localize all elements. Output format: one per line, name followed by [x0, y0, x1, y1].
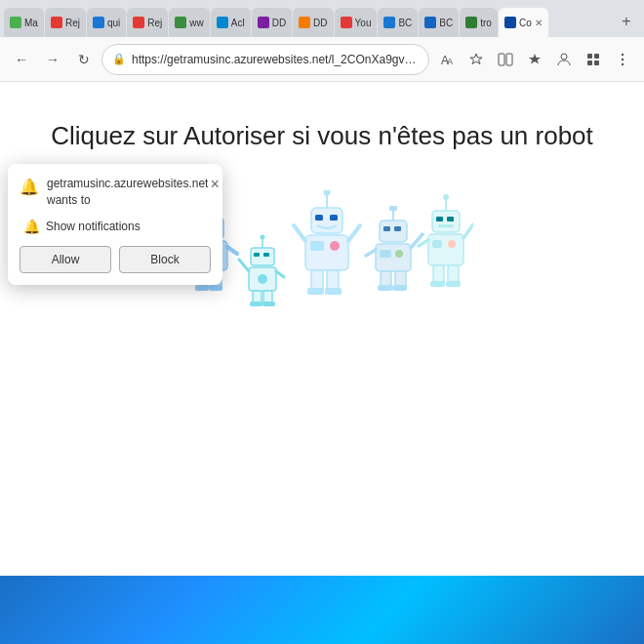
- refresh-button[interactable]: ↻: [70, 46, 98, 73]
- svg-rect-59: [376, 244, 411, 271]
- tab-close-icon[interactable]: ✕: [535, 18, 543, 28]
- svg-rect-72: [447, 217, 454, 221]
- split-screen-button[interactable]: [492, 46, 519, 73]
- browser-tab-2[interactable]: Rej: [45, 8, 86, 37]
- svg-rect-45: [305, 235, 348, 270]
- browser-tab-5[interactable]: ww: [169, 8, 209, 37]
- browser-tab-4[interactable]: Rej: [127, 8, 168, 37]
- popup-buttons: Allow Block: [20, 246, 211, 273]
- svg-line-49: [348, 225, 360, 241]
- tab-label-8: DD: [313, 18, 327, 28]
- popup-header: 🔔 getramusinc.azurewebsites.net wants to…: [20, 176, 211, 209]
- block-button[interactable]: Block: [119, 246, 211, 273]
- browser-tab-1[interactable]: Ma: [4, 8, 44, 37]
- svg-line-35: [276, 271, 284, 277]
- browser-tab-3[interactable]: qui: [87, 8, 126, 37]
- notification-bell-icon: 🔔: [23, 219, 40, 234]
- svg-rect-25: [195, 285, 209, 291]
- browser-tab-10[interactable]: BC: [378, 8, 418, 37]
- popup-notification-row: 🔔 Show notifications: [20, 219, 211, 234]
- svg-rect-5: [587, 54, 592, 59]
- svg-text:A: A: [447, 57, 453, 66]
- svg-point-10: [622, 58, 624, 60]
- svg-rect-7: [587, 60, 592, 65]
- address-bar[interactable]: 🔒 https://getramusinc.azurewebsites.net/…: [101, 44, 429, 75]
- svg-rect-26: [209, 285, 222, 291]
- svg-rect-46: [310, 241, 324, 251]
- svg-line-62: [366, 250, 376, 256]
- permission-popup: 🔔 getramusinc.azurewebsites.net wants to…: [8, 164, 222, 285]
- menu-button[interactable]: [609, 46, 636, 73]
- svg-rect-67: [392, 285, 407, 291]
- extensions-button[interactable]: [580, 46, 607, 73]
- svg-rect-8: [594, 60, 599, 65]
- svg-point-11: [622, 62, 624, 64]
- read-aloud-button[interactable]: AA: [433, 46, 461, 73]
- tab-label-2: Rej: [65, 18, 80, 28]
- svg-rect-52: [307, 288, 324, 295]
- bell-icon: 🔔: [20, 178, 39, 196]
- svg-rect-30: [254, 253, 260, 257]
- toolbar: ← → ↻ 🔒 https://getramusinc.azurewebsite…: [0, 37, 644, 82]
- tab-bar: Ma Rej qui Rej ww: [0, 0, 644, 37]
- svg-line-77: [419, 240, 428, 246]
- svg-rect-75: [432, 240, 442, 248]
- profile-button[interactable]: [550, 46, 578, 73]
- svg-rect-82: [446, 281, 461, 287]
- svg-line-78: [463, 224, 473, 238]
- svg-rect-6: [594, 54, 599, 59]
- svg-rect-57: [383, 226, 390, 231]
- tab-label-5: ww: [189, 18, 203, 28]
- windows-taskbar: [0, 576, 644, 644]
- svg-rect-73: [438, 224, 454, 227]
- svg-rect-3: [506, 54, 512, 65]
- svg-rect-39: [262, 302, 275, 306]
- svg-rect-43: [315, 215, 323, 221]
- browser-tab-7[interactable]: DD: [252, 8, 292, 37]
- favorites-star-button[interactable]: [521, 46, 548, 73]
- new-tab-button[interactable]: +: [613, 8, 640, 35]
- browser-tab-8[interactable]: DD: [293, 8, 333, 37]
- svg-point-33: [258, 274, 267, 284]
- browser-content: Cliquez sur Autoriser si vous n'êtes pas…: [0, 82, 644, 576]
- tab-favicon-8: [299, 17, 310, 28]
- svg-rect-58: [394, 226, 401, 231]
- tab-label-9: You: [355, 18, 372, 28]
- svg-point-47: [330, 241, 340, 251]
- svg-rect-44: [330, 215, 338, 221]
- svg-point-4: [561, 54, 567, 60]
- svg-line-22: [227, 247, 237, 254]
- allow-button[interactable]: Allow: [20, 246, 111, 273]
- favorites-button[interactable]: [463, 46, 490, 73]
- tab-label-13: Co: [519, 18, 532, 28]
- back-button[interactable]: ←: [8, 46, 35, 73]
- browser-tab-6[interactable]: Acl: [211, 8, 251, 37]
- svg-rect-29: [251, 248, 274, 265]
- browser-tab-12[interactable]: tro: [460, 8, 498, 37]
- svg-point-69: [443, 194, 449, 200]
- tab-favicon-6: [217, 17, 228, 28]
- page-heading: Cliquez sur Autoriser si vous n'êtes pas…: [51, 121, 593, 151]
- popup-close-button[interactable]: ×: [208, 176, 221, 193]
- svg-line-48: [294, 225, 305, 241]
- svg-rect-74: [428, 234, 463, 265]
- browser-tab-13-active[interactable]: Co ✕: [499, 8, 548, 37]
- tab-label-3: qui: [107, 18, 120, 28]
- forward-button[interactable]: →: [39, 46, 66, 73]
- browser-window: Ma Rej qui Rej ww: [0, 0, 644, 644]
- tab-favicon-11: [424, 17, 436, 28]
- svg-rect-71: [436, 217, 443, 221]
- tab-label-6: Acl: [231, 18, 245, 28]
- browser-tab-9[interactable]: You: [335, 8, 378, 37]
- svg-rect-60: [380, 250, 391, 258]
- svg-point-76: [448, 240, 456, 248]
- browser-tab-11[interactable]: BC: [419, 8, 459, 37]
- svg-rect-66: [378, 285, 392, 291]
- tab-favicon-10: [383, 17, 395, 28]
- svg-rect-2: [499, 54, 504, 65]
- svg-rect-31: [263, 253, 269, 257]
- tab-favicon-2: [51, 17, 62, 28]
- svg-rect-55: [389, 206, 397, 211]
- tab-favicon-5: [175, 17, 186, 28]
- popup-title: getramusinc.azurewebsites.net wants to: [47, 176, 208, 209]
